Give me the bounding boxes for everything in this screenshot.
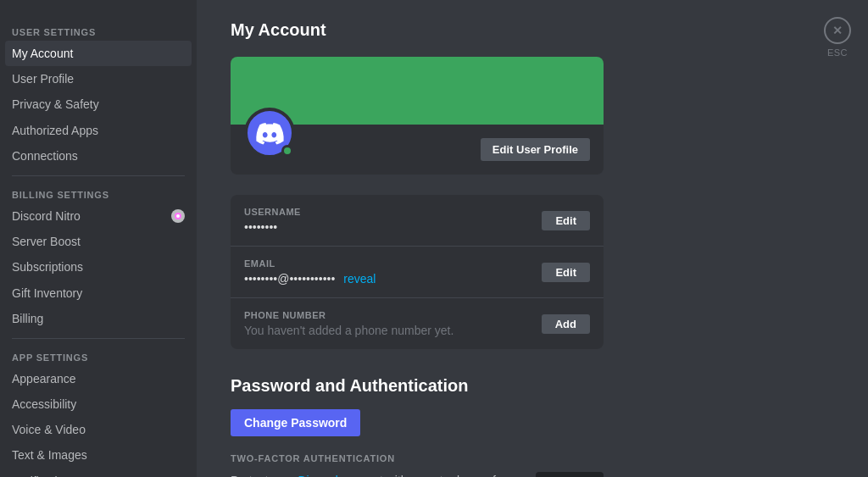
avatar-status-indicator	[281, 145, 293, 157]
sidebar-item-privacy-safety[interactable]: Privacy & Safety	[5, 92, 192, 117]
main-content: My Account Edit User Profile USERNAME ••…	[197, 0, 868, 477]
profile-card: Edit User Profile	[231, 57, 604, 175]
sidebar-item-label: User Profile	[12, 71, 74, 86]
sidebar-item-label: Notifications	[12, 474, 76, 477]
sidebar-item-label: Discord Nitro	[12, 208, 81, 224]
tfa-body: Protect your Discord account with an ext…	[231, 472, 604, 477]
app-settings-label: APP SETTINGS	[5, 346, 192, 366]
tfa-section: TWO-FACTOR AUTHENTICATION Protect your D…	[231, 453, 604, 477]
sidebar-item-label: Billing	[12, 311, 43, 326]
user-settings-label: USER SETTINGS	[5, 20, 192, 41]
sidebar-item-billing[interactable]: Billing	[5, 306, 192, 331]
tfa-discord-link[interactable]: Discord	[298, 474, 337, 477]
username-label: USERNAME	[244, 207, 301, 217]
page-title: My Account	[231, 20, 834, 40]
sidebar-item-label: Privacy & Safety	[12, 97, 99, 112]
phone-label: PHONE NUMBER	[244, 310, 453, 320]
tfa-description: Protect your Discord account with an ext…	[231, 472, 522, 477]
password-auth-section: Password and Authentication Change Passw…	[231, 376, 834, 477]
sidebar-item-label: Appearance	[12, 371, 76, 386]
email-label: EMAIL	[244, 258, 376, 269]
sidebar-item-label: Connections	[12, 148, 78, 164]
email-edit-button[interactable]: Edit	[542, 263, 590, 282]
sidebar-item-user-profile[interactable]: User Profile	[5, 66, 192, 92]
esc-circle-icon: ✕	[824, 17, 851, 44]
sidebar-item-my-account[interactable]: My Account	[5, 41, 192, 66]
username-row: USERNAME •••••••• Edit	[231, 195, 604, 247]
sidebar-item-gift-inventory[interactable]: Gift Inventory	[5, 280, 192, 306]
sidebar-item-appearance[interactable]: Appearance	[5, 366, 192, 391]
tfa-label: TWO-FACTOR AUTHENTICATION	[231, 453, 604, 463]
billing-settings-label: BILLING SETTINGS	[5, 183, 192, 203]
nitro-badge-icon	[171, 209, 185, 223]
sidebar-item-label: My Account	[12, 46, 73, 61]
sidebar-item-authorized-apps[interactable]: Authorized Apps	[5, 118, 192, 143]
phone-add-button[interactable]: Add	[542, 314, 590, 334]
sidebar-item-label: Server Boost	[12, 234, 81, 249]
email-row: EMAIL ••••••••@••••••••••• reveal Edit	[231, 247, 604, 298]
profile-header: Edit User Profile	[231, 125, 604, 175]
username-value: ••••••••	[244, 220, 301, 234]
sidebar-item-notifications[interactable]: Notifications	[5, 469, 192, 477]
avatar-wrapper	[244, 108, 295, 158]
sidebar-item-subscriptions[interactable]: Subscriptions	[5, 254, 192, 280]
esc-label: ESC	[827, 47, 848, 58]
sidebar-divider-1	[12, 175, 185, 176]
username-info: USERNAME ••••••••	[244, 207, 301, 234]
sidebar-divider-2	[12, 338, 185, 339]
sidebar-item-server-boost[interactable]: Server Boost	[5, 229, 192, 254]
sidebar-item-label: Voice & Video	[12, 422, 86, 437]
svg-point-1	[176, 214, 180, 218]
email-value: ••••••••@••••••••••• reveal	[244, 272, 376, 286]
sidebar-item-connections[interactable]: Connections	[5, 143, 192, 169]
username-edit-button[interactable]: Edit	[542, 211, 590, 230]
phone-info: PHONE NUMBER You haven't added a phone n…	[244, 310, 453, 337]
account-info-section: USERNAME •••••••• Edit EMAIL ••••••••@••…	[231, 195, 604, 349]
sidebar-item-discord-nitro[interactable]: Discord Nitro	[5, 203, 192, 229]
password-section-title: Password and Authentication	[231, 376, 834, 396]
sidebar: USER SETTINGS My Account User Profile Pr…	[0, 0, 197, 477]
email-hidden-text: ••••••••@•••••••••••	[244, 272, 335, 286]
change-password-button[interactable]: Change Password	[231, 409, 360, 436]
edit-profile-button[interactable]: Edit User Profile	[481, 138, 590, 161]
sidebar-item-label: Authorized Apps	[12, 123, 98, 138]
sidebar-item-label: Subscriptions	[12, 259, 83, 275]
sidebar-item-label: Gift Inventory	[12, 286, 82, 301]
sidebar-item-label: Accessibility	[12, 397, 76, 412]
sidebar-item-accessibility[interactable]: Accessibility	[5, 391, 192, 417]
reveal-email-link[interactable]: reveal	[343, 272, 376, 286]
sidebar-item-text-images[interactable]: Text & Images	[5, 442, 192, 468]
sidebar-item-label: Text & Images	[12, 447, 87, 463]
email-info: EMAIL ••••••••@••••••••••• reveal	[244, 258, 376, 286]
sidebar-item-voice-video[interactable]: Voice & Video	[5, 417, 192, 442]
phone-value: You haven't added a phone number yet.	[244, 324, 453, 337]
tfa-illustration	[536, 472, 604, 477]
phone-row: PHONE NUMBER You haven't added a phone n…	[231, 298, 604, 349]
esc-button[interactable]: ✕ ESC	[824, 17, 851, 58]
